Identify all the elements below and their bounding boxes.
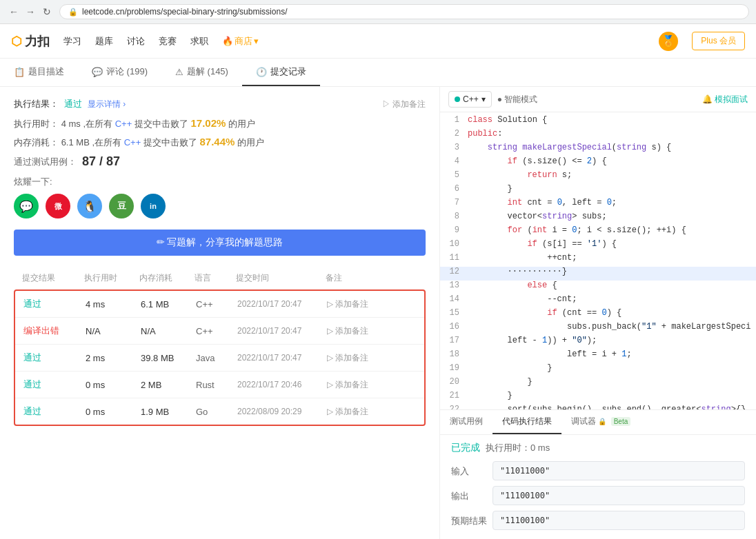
expected-label: 预期结果 (451, 511, 493, 527)
tab-submissions[interactable]: 🕐 提交记录 (242, 59, 320, 86)
test-pass-value: 87 / 87 (82, 154, 120, 169)
nav-study[interactable]: 学习 (63, 32, 81, 50)
sub-nav: 📋 题目描述 💬 评论 (199) ⚠ 题解 (145) 🕐 提交记录 (0, 59, 756, 87)
chevron-down-icon: ▾ (481, 94, 486, 104)
tab-solutions[interactable]: ⚠ 题解 (145) (161, 59, 242, 86)
bottom-tabs: 测试用例 代码执行结果 调试器 🔒 Beta (440, 409, 756, 435)
row-add-note[interactable]: ▷ 添加备注 (327, 298, 382, 310)
row-submit-time: 2022/10/17 20:47 (237, 353, 327, 363)
row-add-note[interactable]: ▷ 添加备注 (327, 352, 382, 364)
row-add-note[interactable]: ▷ 添加备注 (327, 325, 382, 337)
row-note-label: 添加备注 (335, 406, 368, 418)
nav-problems[interactable]: 题库 (95, 32, 113, 50)
share-wechat-icon[interactable]: 💬 (14, 194, 39, 218)
share-qq-icon[interactable]: 🐧 (77, 194, 102, 218)
code-line: 17 left - 1)) + "0"); (440, 336, 756, 349)
left-panel: 执行结果： 通过 显示详情 › ▷ 添加备注 执行用时： 4 ms ,在所有 C… (0, 87, 440, 539)
memory-value: 6.1 MB (61, 137, 90, 148)
tab-description-label: 题目描述 (28, 65, 64, 78)
lang-select[interactable]: C++ ▾ (448, 91, 492, 108)
code-line: 21 } (440, 391, 756, 405)
right-panel: C++ ▾ ● 智能模式 🔔 模拟面试 1class Solution { 2p… (440, 87, 756, 539)
top-nav: ⬡ 力扣 学习 题库 讨论 竞赛 求职 🔥 商店 ▾ 🏅 Plus 会员 (0, 24, 756, 59)
address-bar[interactable]: 🔒 leetcode.cn/problems/special-binary-st… (59, 4, 749, 19)
url-text: leetcode.cn/problems/special-binary-stri… (82, 7, 287, 17)
tab-debugger[interactable]: 调试器 🔒 Beta (561, 410, 640, 434)
lang-circle (455, 96, 460, 102)
nav-contest[interactable]: 竞赛 (159, 32, 177, 50)
row-memory: 39.8 MB (141, 353, 196, 363)
row-lang: Go (196, 407, 237, 417)
code-line: 15 if (cnt == 0) { (440, 308, 756, 322)
time-prefix: 执行用时： (14, 119, 59, 129)
code-line: 5 return s; (440, 170, 756, 184)
time-stat-row: 执行用时： 4 ms ,在所有 C++ 提交中击败了 17.02% 的用户 (14, 117, 426, 130)
forward-button[interactable]: → (23, 5, 37, 19)
tab-comments-label: 评论 (199) (106, 65, 148, 78)
table-row[interactable]: 编译出错 N/A N/A C++ 2022/10/17 20:47 ▷ 添加备注 (15, 318, 424, 345)
row-memory: 1.9 MB (141, 407, 196, 417)
tab-result[interactable]: 代码执行结果 (493, 410, 561, 434)
table-row[interactable]: 通过 2 ms 39.8 MB Java 2022/10/17 20:47 ▷ … (15, 345, 424, 372)
row-status: 通过 (23, 352, 86, 364)
logo-text: 力扣 (25, 33, 50, 50)
nav-discuss[interactable]: 讨论 (127, 32, 145, 50)
col-header-lang: 语言 (195, 272, 236, 284)
code-line: 7 int cnt = 0, left = 0; (440, 198, 756, 212)
refresh-button[interactable]: ↻ (40, 5, 54, 19)
flag-icon: ▷ (327, 353, 333, 363)
test-pass-row: 通过测试用例： 87 / 87 (14, 154, 426, 169)
code-line: 10 if (s[i] == '1') { (440, 239, 756, 253)
submissions-section: 提交结果 执行用时 内存消耗 语言 提交时间 备注 通过 4 ms 6.1 MB… (14, 267, 426, 426)
memory-end: 的用户 (237, 137, 264, 148)
table-row[interactable]: 通过 4 ms 6.1 MB C++ 2022/10/17 20:47 ▷ 添加… (15, 291, 424, 318)
test-pass-label: 通过测试用例： (14, 156, 77, 168)
share-douban-icon[interactable]: 豆 (109, 194, 134, 218)
flag-icon: ▷ (327, 380, 333, 389)
input-row: 输入 "11011000" (451, 461, 745, 480)
tab-debugger-label: 调试器 (571, 416, 596, 426)
time-end: 的用户 (228, 119, 255, 129)
row-submit-time: 2022/08/09 20:29 (237, 407, 327, 416)
flag-icon: ▷ (327, 326, 333, 336)
code-line: 2public: (440, 129, 756, 143)
plus-member-button[interactable]: Plus 会员 (692, 32, 745, 50)
tab-comments[interactable]: 💬 评论 (199) (78, 59, 161, 86)
code-header: C++ ▾ ● 智能模式 🔔 模拟面试 (440, 87, 756, 112)
execution-detail-link[interactable]: 显示详情 › (88, 99, 126, 110)
row-status: 通过 (23, 378, 86, 391)
memory-stat-row: 内存消耗： 6.1 MB ,在所有 C++ 提交中击败了 87.44% 的用户 (14, 136, 426, 149)
memory-suffix: 提交中击败了 (143, 137, 200, 148)
row-memory: N/A (141, 326, 196, 336)
col-header-memory: 内存消耗 (139, 272, 195, 284)
main-layout: 执行结果： 通过 显示详情 › ▷ 添加备注 执行用时： 4 ms ,在所有 C… (0, 87, 756, 539)
write-solution-button[interactable]: ✏ 写题解，分享我的解题思路 (14, 230, 426, 256)
row-submit-time: 2022/10/17 20:47 (237, 326, 327, 336)
table-row[interactable]: 通过 0 ms 2 MB Rust 2022/10/17 20:46 ▷ 添加备… (15, 372, 424, 398)
nav-jobs[interactable]: 求职 (190, 32, 208, 50)
user-avatar[interactable]: 🏅 (659, 32, 678, 51)
share-weibo-icon[interactable]: 微 (46, 194, 70, 218)
row-time: 2 ms (86, 353, 141, 363)
back-button[interactable]: ← (7, 5, 21, 19)
table-row[interactable]: 通过 0 ms 1.9 MB Go 2022/08/09 20:29 ▷ 添加备… (15, 398, 424, 425)
tab-testcase-label: 测试用例 (450, 416, 483, 426)
mock-interview-link[interactable]: 🔔 模拟面试 (702, 94, 748, 105)
row-lang: C++ (196, 326, 237, 336)
memory-prefix: 内存消耗： (14, 137, 59, 148)
share-linkedin-icon[interactable]: in (141, 194, 166, 218)
code-line: 4 if (s.size() <= 2) { (440, 156, 756, 170)
logo[interactable]: ⬡ 力扣 (11, 33, 50, 50)
row-add-note[interactable]: ▷ 添加备注 (327, 379, 382, 391)
input-label: 输入 (451, 461, 493, 478)
tab-description[interactable]: 📋 题目描述 (0, 59, 78, 86)
row-time: N/A (86, 326, 141, 336)
share-icons: 💬 微 🐧 豆 in (14, 194, 426, 218)
row-submit-time: 2022/10/17 20:47 (237, 299, 327, 309)
execution-result-row: 执行结果： 通过 显示详情 › ▷ 添加备注 (14, 98, 426, 110)
row-add-note[interactable]: ▷ 添加备注 (327, 406, 382, 418)
tab-testcase[interactable]: 测试用例 (440, 410, 493, 434)
nav-shop[interactable]: 🔥 商店 ▾ (222, 32, 259, 50)
row-note-label: 添加备注 (335, 352, 368, 364)
add-note-btn[interactable]: ▷ 添加备注 (382, 99, 426, 110)
